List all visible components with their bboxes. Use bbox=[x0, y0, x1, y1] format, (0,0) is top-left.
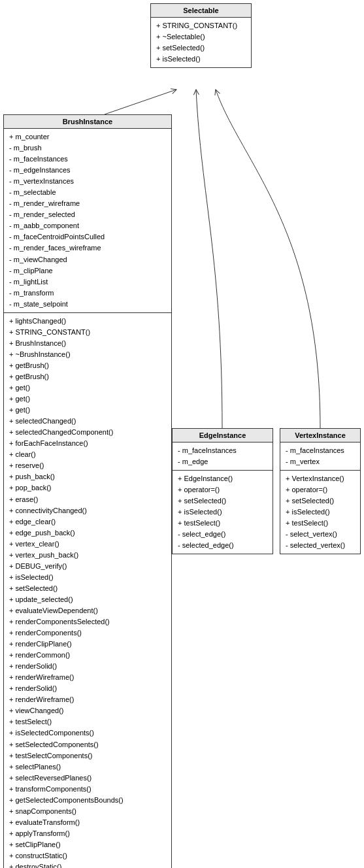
brush-method-item: + snapComponents() bbox=[9, 806, 166, 817]
vertex-method-item: - selected_vertex() bbox=[286, 540, 355, 551]
brush-method-item: + setSelected() bbox=[9, 583, 166, 594]
brush-field-item: - m_aabb_component bbox=[9, 220, 166, 231]
brush-method-item: + evaluateTransform() bbox=[9, 817, 166, 828]
brush-field-item: - m_viewChanged bbox=[9, 254, 166, 265]
brush-method-item: + erase() bbox=[9, 494, 166, 505]
brush-field-item: - m_faceInstances bbox=[9, 154, 166, 165]
brush-method-item: + get() bbox=[9, 382, 166, 393]
brush-method-item: + setClipPlane() bbox=[9, 839, 166, 850]
edge-instance-title: EdgeInstance bbox=[173, 429, 273, 442]
brush-method-item: + getSelectedComponentsBounds() bbox=[9, 795, 166, 806]
brush-method-item: + edge_push_back() bbox=[9, 527, 166, 539]
brush-method-item: + get() bbox=[9, 393, 166, 405]
selectable-methods: + STRING_CONSTANT()+ ~Selectable()+ setS… bbox=[151, 18, 251, 67]
brush-method-item: + vertex_push_back() bbox=[9, 550, 166, 561]
brush-field-item: + m_counter bbox=[9, 131, 166, 142]
brush-method-item: + transformComponents() bbox=[9, 784, 166, 795]
brush-instance-fields: + m_counter- m_brush- m_faceInstances- m… bbox=[4, 129, 171, 313]
brush-method-item: + testSelect() bbox=[9, 716, 166, 727]
brush-method-item: + constructStatic() bbox=[9, 850, 166, 861]
brush-method-item: + clear() bbox=[9, 449, 166, 460]
brush-method-item: + renderSolid() bbox=[9, 683, 166, 694]
brush-method-item: + getBrush() bbox=[9, 360, 166, 371]
brush-field-item: - m_brush bbox=[9, 142, 166, 154]
selectable-method-item: + isSelected() bbox=[156, 54, 246, 65]
vertex-method-item: + operator=() bbox=[286, 484, 355, 495]
svg-line-0 bbox=[105, 90, 176, 114]
brush-method-item: + isSelected() bbox=[9, 572, 166, 583]
brush-method-item: + push_back() bbox=[9, 471, 166, 482]
edge-method-item: - selected_edge() bbox=[178, 540, 267, 551]
brush-method-item: + forEachFaceInstance() bbox=[9, 438, 166, 449]
brush-method-item: + get() bbox=[9, 405, 166, 416]
edge-method-item: - select_edge() bbox=[178, 529, 267, 540]
brush-method-item: + isSelectedComponents() bbox=[9, 727, 166, 739]
vertex-method-item: + VertexInstance() bbox=[286, 473, 355, 484]
brush-method-item: + setSelectedComponents() bbox=[9, 739, 166, 750]
selectable-method-item: + ~Selectable() bbox=[156, 31, 246, 42]
edge-instance-methods: + EdgeInstance()+ operator=()+ setSelect… bbox=[173, 471, 273, 554]
brush-method-item: + renderCommon() bbox=[9, 650, 166, 661]
brush-method-item: + evaluateViewDependent() bbox=[9, 605, 166, 616]
brush-field-item: - m_clipPlane bbox=[9, 265, 166, 276]
brush-field-item: - m_faceCentroidPointsCulled bbox=[9, 231, 166, 242]
brush-method-item: + renderComponents() bbox=[9, 627, 166, 639]
edge-instance-fields: - m_faceInstances- m_edge bbox=[173, 442, 273, 471]
vertex-field-item: - m_vertex bbox=[286, 456, 355, 467]
selectable-method-item: + STRING_CONSTANT() bbox=[156, 20, 246, 31]
brush-method-item: + viewChanged() bbox=[9, 705, 166, 716]
edge-method-item: + testSelect() bbox=[178, 518, 267, 529]
brush-field-item: - m_transform bbox=[9, 288, 166, 299]
selectable-method-item: + setSelected() bbox=[156, 42, 246, 54]
brush-method-item: + renderWireframe() bbox=[9, 672, 166, 683]
brush-method-item: + DEBUG_verify() bbox=[9, 561, 166, 572]
brush-method-item: + selectedChangedComponent() bbox=[9, 427, 166, 438]
edge-field-item: - m_edge bbox=[178, 456, 267, 467]
vertex-instance-box: VertexInstance - m_faceInstances- m_vert… bbox=[280, 428, 361, 554]
vertex-method-item: + testSelect() bbox=[286, 518, 355, 529]
brush-method-item: + BrushInstance() bbox=[9, 338, 166, 349]
brush-field-item: - m_edgeInstances bbox=[9, 165, 166, 176]
brush-field-item: - m_selectable bbox=[9, 187, 166, 198]
brush-method-item: + pop_back() bbox=[9, 482, 166, 493]
brush-method-item: + getBrush() bbox=[9, 371, 166, 382]
brush-instance-methods: + lightsChanged()+ STRING_CONSTANT()+ Br… bbox=[4, 313, 171, 868]
brush-method-item: + update_selected() bbox=[9, 594, 166, 605]
brush-method-item: + selectPlanes() bbox=[9, 761, 166, 773]
brush-method-item: + renderComponentsSelected() bbox=[9, 616, 166, 627]
vertex-field-item: - m_faceInstances bbox=[286, 445, 355, 456]
brush-field-item: - m_render_wireframe bbox=[9, 198, 166, 209]
selectable-title: Selectable bbox=[151, 4, 251, 18]
brush-method-item: + ~BrushInstance() bbox=[9, 349, 166, 360]
brush-instance-box: BrushInstance + m_counter- m_brush- m_fa… bbox=[3, 114, 172, 868]
brush-method-item: + testSelectComponents() bbox=[9, 750, 166, 761]
brush-method-item: + destroyStatic() bbox=[9, 861, 166, 868]
edge-instance-box: EdgeInstance - m_faceInstances- m_edge +… bbox=[172, 428, 273, 554]
brush-method-item: + selectReversedPlanes() bbox=[9, 773, 166, 784]
brush-field-item: - m_render_selected bbox=[9, 209, 166, 220]
edge-method-item: + isSelected() bbox=[178, 507, 267, 518]
brush-method-item: + renderSolid() bbox=[9, 661, 166, 672]
brush-method-item: + lightsChanged() bbox=[9, 316, 166, 327]
brush-method-item: + renderClipPlane() bbox=[9, 639, 166, 650]
vertex-method-item: + setSelected() bbox=[286, 495, 355, 507]
vertex-method-item: - select_vertex() bbox=[286, 529, 355, 540]
brush-method-item: + renderWireframe() bbox=[9, 694, 166, 705]
brush-field-item: - m_state_selpoint bbox=[9, 299, 166, 310]
brush-method-item: + vertex_clear() bbox=[9, 539, 166, 550]
brush-method-item: + edge_clear() bbox=[9, 516, 166, 527]
brush-method-item: + applyTransform() bbox=[9, 828, 166, 839]
edge-method-item: + operator=() bbox=[178, 484, 267, 495]
brush-method-item: + connectivityChanged() bbox=[9, 505, 166, 516]
brush-method-item: + selectedChanged() bbox=[9, 416, 166, 427]
vertex-instance-fields: - m_faceInstances- m_vertex bbox=[280, 442, 360, 471]
vertex-instance-methods: + VertexInstance()+ operator=()+ setSele… bbox=[280, 471, 360, 554]
diagram-container: Selectable + STRING_CONSTANT()+ ~Selecta… bbox=[0, 0, 364, 868]
brush-method-item: + STRING_CONSTANT() bbox=[9, 327, 166, 338]
vertex-instance-title: VertexInstance bbox=[280, 429, 360, 442]
brush-method-item: + reserve() bbox=[9, 460, 166, 471]
edge-method-item: + setSelected() bbox=[178, 495, 267, 507]
selectable-box: Selectable + STRING_CONSTANT()+ ~Selecta… bbox=[150, 3, 252, 68]
brush-field-item: - m_render_faces_wireframe bbox=[9, 242, 166, 254]
brush-field-item: - m_vertexInstances bbox=[9, 176, 166, 187]
